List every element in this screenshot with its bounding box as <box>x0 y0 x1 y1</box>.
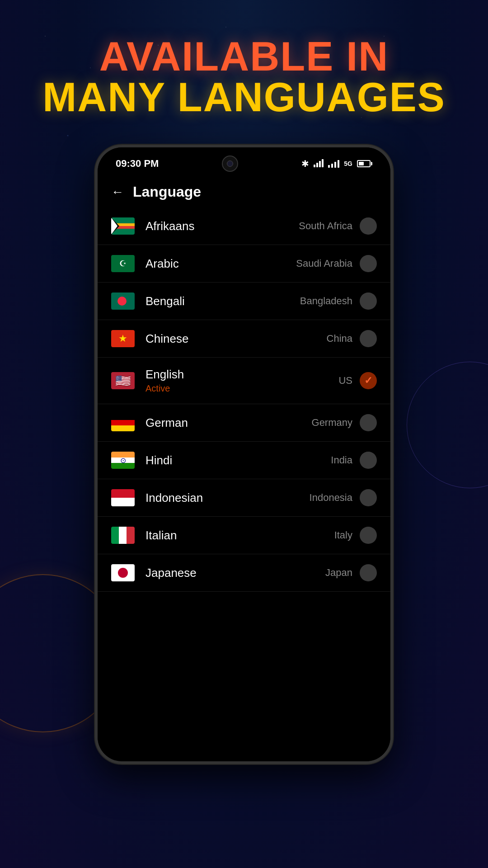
lang-toggle-chinese[interactable] <box>360 330 377 347</box>
lang-region-bengali: Bangladesh <box>300 295 352 307</box>
header-line2: MANY LANGUAGES <box>0 77 488 118</box>
back-button[interactable]: ← <box>111 185 124 199</box>
lang-name-bengali: Bengali <box>145 294 300 308</box>
language-item-hindi[interactable]: HindiIndia <box>98 442 390 479</box>
wifi-icon <box>314 160 324 167</box>
flag-afrikaans <box>111 217 135 235</box>
lang-toggle-bengali[interactable] <box>360 292 377 310</box>
header-line1: AVAILABLE IN <box>0 36 488 77</box>
signal-icon <box>328 160 339 168</box>
lang-toggle-active-english[interactable]: ✓ <box>360 372 377 389</box>
lang-name-english: English <box>145 368 338 382</box>
status-icons: ✱ 5G <box>301 158 372 169</box>
language-item-afrikaans[interactable]: AfrikaansSouth Africa <box>98 208 390 245</box>
camera-dot <box>227 160 233 167</box>
lang-toggle-indonesian[interactable] <box>360 489 377 506</box>
lang-toggle-hindi[interactable] <box>360 452 377 469</box>
lang-toggle-japanese[interactable] <box>360 564 377 581</box>
lang-region-german: Germany <box>312 417 352 429</box>
network-type-label: 5G <box>344 160 352 167</box>
lang-region-indonesian: Indonesia <box>310 492 352 504</box>
lang-toggle-arabic[interactable] <box>360 255 377 272</box>
lang-toggle-afrikaans[interactable] <box>360 217 377 235</box>
flag-chinese <box>111 330 135 347</box>
status-bar: 09:30 PM ✱ <box>98 147 390 176</box>
lang-region-chinese: China <box>327 333 352 344</box>
flag-japanese <box>111 564 135 581</box>
nav-header: ← Language <box>98 176 390 208</box>
lang-name-afrikaans: Afrikaans <box>145 219 299 233</box>
flag-indonesian <box>111 489 135 506</box>
phone-screen: 09:30 PM ✱ <box>98 147 390 761</box>
lang-name-arabic: Arabic <box>145 257 296 271</box>
language-item-english[interactable]: 🇺🇸EnglishActiveUS✓ <box>98 358 390 404</box>
lang-name-italian: Italian <box>145 528 334 542</box>
flag-arabic <box>111 255 135 272</box>
phone-device: 09:30 PM ✱ <box>95 145 393 764</box>
flag-bengali <box>111 292 135 310</box>
language-item-arabic[interactable]: ArabicSaudi Arabia <box>98 245 390 283</box>
camera-notch <box>222 156 238 172</box>
lang-name-german: German <box>145 416 312 430</box>
flag-hindi <box>111 452 135 469</box>
language-item-japanese[interactable]: JapaneseJapan <box>98 554 390 592</box>
language-item-bengali[interactable]: BengaliBangladesh <box>98 283 390 320</box>
lang-region-afrikaans: South Africa <box>299 220 352 232</box>
language-item-chinese[interactable]: ChineseChina <box>98 320 390 358</box>
status-time: 09:30 PM <box>116 158 159 170</box>
lang-name-hindi: Hindi <box>145 453 331 467</box>
lang-name-indonesian: Indonesian <box>145 491 310 505</box>
flag-german <box>111 414 135 431</box>
bluetooth-icon: ✱ <box>301 158 309 169</box>
lang-region-japanese: Japan <box>325 567 352 579</box>
lang-active-label-english: Active <box>145 383 338 394</box>
lang-region-hindi: India <box>331 454 352 466</box>
language-item-italian[interactable]: ItalianItaly <box>98 517 390 554</box>
lang-region-arabic: Saudi Arabia <box>296 258 352 269</box>
lang-toggle-italian[interactable] <box>360 527 377 544</box>
page-title: Language <box>133 184 201 200</box>
lang-region-english: US <box>338 375 352 387</box>
battery-icon <box>357 160 372 167</box>
lang-toggle-german[interactable] <box>360 414 377 431</box>
language-item-german[interactable]: GermanGermany <box>98 404 390 442</box>
lang-name-chinese: Chinese <box>145 332 327 346</box>
language-item-indonesian[interactable]: IndonesianIndonesia <box>98 479 390 517</box>
flag-english: 🇺🇸 <box>111 372 135 389</box>
lang-region-italian: Italy <box>334 529 352 541</box>
header-section: AVAILABLE IN MANY LANGUAGES <box>0 0 488 136</box>
lang-name-japanese: Japanese <box>145 566 325 580</box>
language-list: AfrikaansSouth AfricaArabicSaudi ArabiaB… <box>98 208 390 761</box>
flag-italian <box>111 527 135 544</box>
